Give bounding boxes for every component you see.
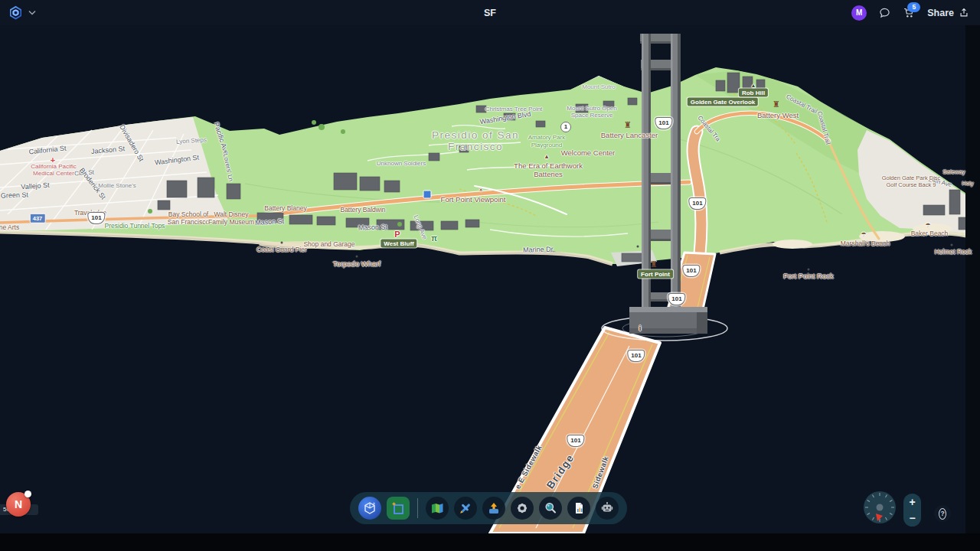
compass-dial[interactable] <box>863 491 897 524</box>
map-icon <box>430 501 444 515</box>
3d-view-button[interactable] <box>358 497 381 520</box>
toolbar-divider <box>417 498 418 518</box>
report-document-icon <box>572 501 586 515</box>
zoom-controls: + − <box>903 494 921 527</box>
app-window: California StJackson StClay StWashington… <box>0 0 980 551</box>
share-button[interactable]: Share <box>927 7 969 18</box>
letterbox-bottom <box>0 533 980 551</box>
map-layers-button[interactable] <box>426 497 449 520</box>
report-button[interactable] <box>567 497 590 520</box>
gear-icon <box>515 501 529 515</box>
edit-tools-button[interactable] <box>454 497 477 520</box>
upload-button[interactable] <box>482 497 505 520</box>
bottom-toolbar <box>350 492 627 524</box>
ai-assistant-button[interactable] <box>596 497 619 520</box>
cube-3d-icon <box>362 500 377 516</box>
upload-icon <box>487 501 501 515</box>
compass-center-knob <box>877 504 884 511</box>
presence-indicator-dot <box>24 491 31 497</box>
topbar: SF M 5 Share <box>0 0 980 25</box>
robot-icon <box>600 501 614 515</box>
help-button[interactable]: ? <box>934 505 951 522</box>
select-area-button[interactable] <box>387 497 410 520</box>
zoom-in-button[interactable]: + <box>903 494 921 510</box>
chevron-down-icon[interactable] <box>28 10 36 15</box>
question-icon: ? <box>939 508 946 520</box>
comments-icon[interactable] <box>878 7 891 19</box>
settings-button[interactable] <box>511 497 534 520</box>
search-button[interactable] <box>539 497 562 520</box>
cart-icon[interactable]: 5 <box>903 7 916 19</box>
share-upload-icon <box>959 7 969 18</box>
collaborator-avatar[interactable]: N <box>6 492 31 517</box>
select-frame-icon <box>390 500 406 516</box>
edit-tools-icon <box>459 501 472 515</box>
search-icon <box>544 501 557 515</box>
map-void-right <box>965 25 980 533</box>
cart-badge: 5 <box>907 2 920 12</box>
map-title: SF <box>0 8 980 18</box>
user-avatar[interactable]: M <box>851 5 867 21</box>
map-canvas[interactable] <box>0 0 980 551</box>
app-logo[interactable] <box>8 5 23 20</box>
